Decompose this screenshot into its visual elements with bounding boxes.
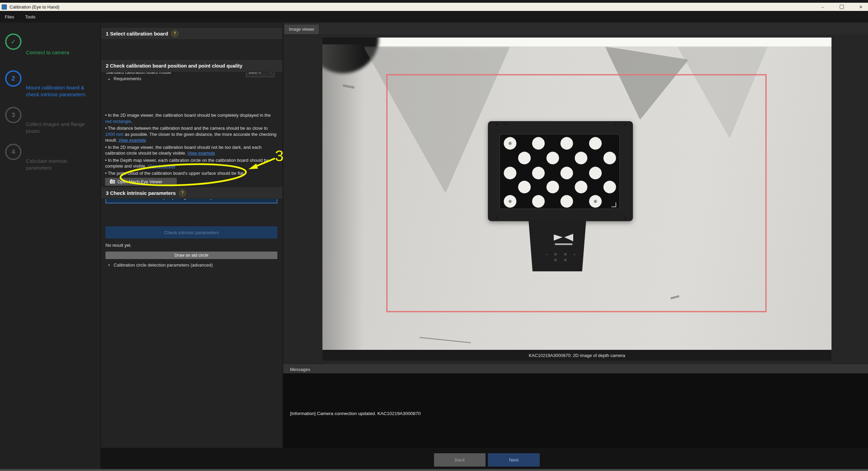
draw-aid-circle-button[interactable]: Draw an aid circle xyxy=(105,252,277,259)
step1-check-icon: ✓ xyxy=(5,33,21,50)
distance-value-link[interactable]: 1000 mm xyxy=(105,132,124,137)
image-viewer-panel: Image viewer xyxy=(283,23,868,365)
board-hole xyxy=(574,254,575,255)
requirement-item: • In the 2D image viewer, the calibratio… xyxy=(105,144,278,156)
section3-header: 3 Check intrinsic parameters ? xyxy=(101,187,283,199)
view-example-link[interactable]: View example xyxy=(187,151,215,156)
section3-title: 3 Check intrinsic parameters xyxy=(106,190,176,196)
taskbar-edge xyxy=(0,469,868,471)
step2-badge: 2 xyxy=(5,70,21,87)
log-entry: [Information] Camera connection updated.… xyxy=(290,411,421,416)
back-button[interactable]: Back xyxy=(434,453,486,467)
calibration-settings-panel: 1 Select calibration board ? Standard ca… xyxy=(101,23,283,448)
board-hole xyxy=(564,253,567,256)
camera-icon xyxy=(110,180,115,184)
image-left-shade xyxy=(322,44,363,350)
viewer-tab-row: Image viewer xyxy=(283,23,868,34)
step1-label: Connect to camera xyxy=(26,49,69,56)
close-button[interactable]: ✕ xyxy=(856,3,866,10)
title-bar: Calibration (Eye to Hand) – ✕ xyxy=(0,3,868,11)
step4-badge: 4 xyxy=(5,144,21,160)
step2-label: Mount calibration board &check intrinsic… xyxy=(26,84,85,98)
board-hole xyxy=(554,259,557,261)
check-intrinsic-button[interactable]: Check intrinsic parameters xyxy=(105,226,277,239)
board-hole xyxy=(554,253,557,256)
tab-image-viewer[interactable]: Image viewer xyxy=(285,25,319,34)
advanced-parameters-label: Calibration circle detection parameters … xyxy=(114,262,213,268)
section1-title: 1 Select calibration board xyxy=(106,31,168,37)
requirements-title: Requirements xyxy=(114,76,141,81)
wizard-footer: Back Next xyxy=(101,448,868,469)
image-highlight-strip xyxy=(322,38,831,46)
minimize-button[interactable]: – xyxy=(818,3,828,10)
collapse-up-icon: ▴ xyxy=(108,77,110,81)
menu-tools[interactable]: Tools xyxy=(19,11,41,23)
board-hole xyxy=(564,259,567,261)
window-title: Calibration (Eye to Hand) xyxy=(10,4,59,10)
next-button[interactable]: Next xyxy=(488,453,540,467)
red-rectangle-link[interactable]: red rectangle xyxy=(105,119,131,124)
no-result-text: No result yet. xyxy=(105,243,132,248)
menu-files[interactable]: Files xyxy=(0,11,19,23)
messages-header: Messages xyxy=(283,365,868,374)
mechmind-logo xyxy=(488,121,633,271)
requirements-list: • In the 2D image viewer, the calibratio… xyxy=(105,112,278,177)
app-icon xyxy=(2,4,7,10)
collapse-down-icon: ▾ xyxy=(108,263,110,267)
messages-title: Messages xyxy=(290,367,310,372)
requirement-item: • In the Depth map viewer, each calibrat… xyxy=(105,157,278,169)
camera-2d-image[interactable] xyxy=(322,38,831,350)
window-controls: – ✕ xyxy=(818,3,866,11)
requirement-item: • The point cloud of the calibration boa… xyxy=(105,170,278,176)
step3-label: Collect images and flangeposes xyxy=(26,121,85,134)
requirement-item: • The distance between the calibration b… xyxy=(105,125,278,143)
steps-sidebar: ✓ Connect to camera 2 Mount calibration … xyxy=(0,23,101,469)
advanced-parameters-row[interactable]: ▾ Calibration circle detection parameter… xyxy=(108,262,213,268)
requirement-item: • In the 2D image viewer, the calibratio… xyxy=(105,112,278,124)
open-mecheye-viewer-button[interactable]: Open Mech-Eye Viewer xyxy=(105,178,177,186)
calibration-board xyxy=(488,121,633,271)
image-mark xyxy=(420,337,471,343)
step3-badge: 3 xyxy=(5,107,21,123)
section2-title: 2 Check calibration board position and p… xyxy=(106,63,242,69)
maximize-icon xyxy=(840,5,844,9)
section2-header: 2 Check calibration board position and p… xyxy=(101,59,283,72)
messages-log[interactable]: [Information] Camera connection updated.… xyxy=(283,373,868,448)
board-hole xyxy=(546,254,548,255)
board-logo-text xyxy=(555,243,573,245)
section1-help-icon[interactable]: ? xyxy=(171,30,178,37)
image-caption: KAC10219A3000870: 2D image of depth came… xyxy=(322,350,831,361)
menu-bar: Files Tools xyxy=(0,11,868,23)
maximize-button[interactable] xyxy=(837,3,847,10)
requirements-collapse-row[interactable]: ▴ Requirements xyxy=(108,76,141,81)
section1-header: 1 Select calibration board ? xyxy=(101,27,283,40)
section3-help-icon[interactable]: ? xyxy=(179,189,186,197)
view-example-link[interactable]: View example xyxy=(148,163,175,169)
view-example-link[interactable]: View example xyxy=(118,138,146,143)
step4-label: Calculate extrinsicparameters xyxy=(26,158,68,171)
